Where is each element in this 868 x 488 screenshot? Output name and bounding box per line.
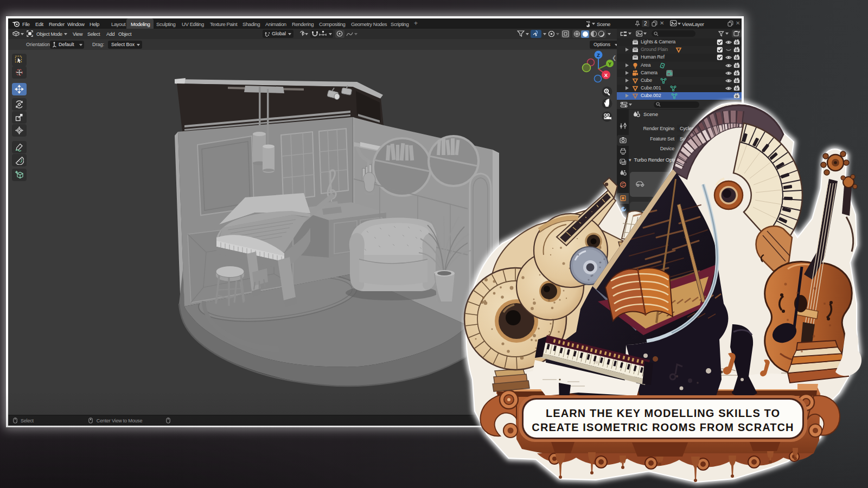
svg-text:Z: Z — [597, 53, 600, 58]
svg-text:LEARN THE KEY MODELLING SKILLS: LEARN THE KEY MODELLING SKILLS TO — [546, 407, 780, 419]
svg-text:Y: Y — [608, 61, 611, 67]
svg-text:X: X — [604, 72, 608, 78]
svg-text:CREATE ISOMETRIC ROOMS FROM SC: CREATE ISOMETRIC ROOMS FROM SCRATCH — [532, 421, 794, 433]
